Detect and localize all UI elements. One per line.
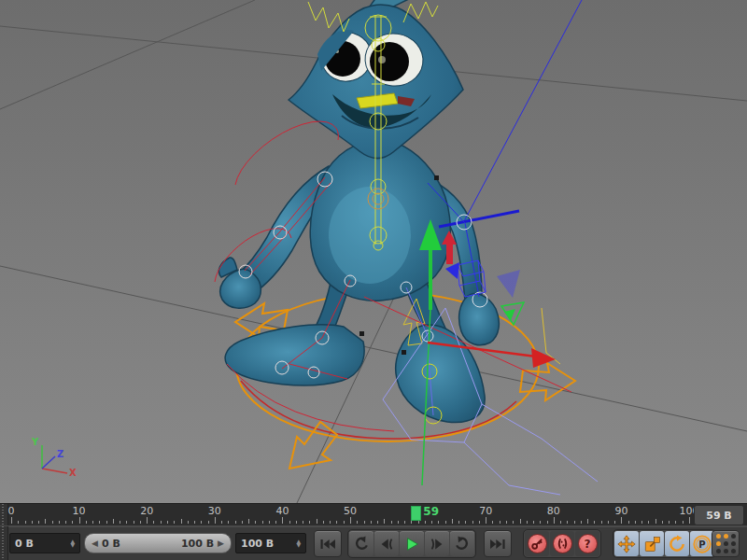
ruler-tick xyxy=(635,521,636,524)
ruler-tick xyxy=(86,521,87,524)
record-key-icon xyxy=(528,534,547,553)
ruler-tick xyxy=(384,519,385,524)
viewport-canvas: Y Z X xyxy=(0,0,747,503)
ruler-tick xyxy=(506,521,507,524)
ruler-tick xyxy=(486,517,486,524)
previous-frame-button[interactable] xyxy=(374,531,399,556)
ruler-tick xyxy=(275,521,276,524)
ruler-tick xyxy=(317,519,317,524)
palette-dot xyxy=(724,534,728,539)
stepper-down-icon[interactable]: ▼ xyxy=(296,543,301,547)
ruler-tick xyxy=(25,521,26,524)
ruler-tick xyxy=(608,521,609,524)
move-tool-icon xyxy=(617,535,636,553)
end-frame-stepper[interactable]: ▲ ▼ xyxy=(296,539,301,547)
ruler-tick xyxy=(153,521,154,524)
tool-button-group: P xyxy=(613,529,716,558)
play-forwards-loop-button[interactable] xyxy=(450,531,474,556)
scale-tool-icon xyxy=(642,535,661,553)
playback-button-group xyxy=(347,529,476,558)
ruler-tick xyxy=(398,521,399,524)
ruler-tick xyxy=(303,521,303,524)
ruler-tick xyxy=(99,521,100,524)
autokey-button[interactable] xyxy=(550,531,574,556)
goto-end-button[interactable] xyxy=(484,530,512,557)
next-frame-button[interactable] xyxy=(425,531,449,556)
ruler-tick xyxy=(560,521,561,524)
ruler-tick xyxy=(92,521,93,524)
current-frame-label: 59 xyxy=(423,505,439,518)
ruler-tick xyxy=(554,517,555,524)
application-window: Y Z X 01020304050708090100 59 59 B 0 B ▲… xyxy=(0,0,747,560)
end-frame-field[interactable]: 100 B ▲ ▼ xyxy=(235,533,306,553)
goto-start-button[interactable] xyxy=(314,530,342,557)
ruler-tick xyxy=(32,521,33,524)
ruler-tick xyxy=(296,521,297,524)
ruler-tick xyxy=(72,521,73,524)
start-frame-stepper[interactable]: ▲ ▼ xyxy=(70,539,75,547)
palette-dot xyxy=(731,549,736,553)
next-frame-icon xyxy=(429,536,445,553)
ruler-tick xyxy=(11,517,12,524)
ruler-tick xyxy=(357,521,358,524)
rotate-tool-icon xyxy=(668,535,686,553)
ruler-tick xyxy=(500,521,500,524)
ruler-tick xyxy=(425,521,426,524)
3d-viewport[interactable]: Y Z X xyxy=(0,0,747,503)
ruler-tick xyxy=(181,519,182,524)
move-tool-button[interactable] xyxy=(614,531,639,556)
ruler-tick xyxy=(201,521,202,524)
ruler-tick xyxy=(113,519,114,524)
ruler-tick xyxy=(336,521,337,524)
timeline-ruler[interactable]: 01020304050708090100 59 59 B xyxy=(0,503,747,525)
ruler-tick xyxy=(140,521,141,524)
play-icon xyxy=(403,536,420,553)
range-right-arrow-icon[interactable]: ▶ xyxy=(218,539,224,548)
frame-range-slider[interactable]: ◀ 0 B 100 B ▶ xyxy=(84,533,232,553)
palette-dot xyxy=(716,549,721,553)
record-keyframe-button[interactable] xyxy=(525,531,549,556)
ruler-tick xyxy=(458,521,459,524)
ruler-tick xyxy=(601,521,602,524)
ruler-tick xyxy=(662,521,663,524)
toolbar-drag-handle[interactable] xyxy=(0,526,8,560)
ruler-tick xyxy=(533,521,534,524)
ruler-frame-number: 40 xyxy=(275,505,289,517)
ruler-tick xyxy=(648,521,649,524)
ruler-tick xyxy=(120,521,120,524)
ruler-tick xyxy=(52,521,53,524)
keyframe-help-button[interactable]: ? xyxy=(575,531,599,556)
ruler-tick xyxy=(147,517,148,524)
palette-button[interactable] xyxy=(712,530,740,557)
scale-tool-button[interactable] xyxy=(640,531,664,556)
ruler-tick xyxy=(527,521,528,524)
ruler-tick xyxy=(269,521,270,524)
play-backwards-icon xyxy=(353,536,370,553)
stepper-down-icon[interactable]: ▼ xyxy=(70,543,75,547)
help-icon: ? xyxy=(578,534,598,553)
rotate-tool-button[interactable] xyxy=(665,531,689,556)
ruler-tick xyxy=(330,521,331,524)
ruler-tick xyxy=(215,517,216,524)
axis-y-label: Y xyxy=(31,437,39,447)
ruler-tick xyxy=(621,517,622,524)
previous-frame-icon xyxy=(378,536,395,553)
goto-end-icon xyxy=(488,537,507,552)
play-backwards-button[interactable] xyxy=(349,531,374,556)
ruler-frame-number: 50 xyxy=(344,505,357,517)
range-left-arrow-icon[interactable]: ◀ xyxy=(92,539,98,548)
play-button[interactable] xyxy=(400,531,424,556)
ruler-tick xyxy=(344,521,345,524)
start-frame-value: 0 B xyxy=(15,538,34,550)
ruler-tick xyxy=(174,521,175,524)
ruler-tick xyxy=(194,521,195,524)
start-frame-field[interactable]: 0 B ▲ ▼ xyxy=(9,533,80,553)
axis-x-label: X xyxy=(69,468,77,478)
ruler-tick xyxy=(126,521,127,524)
ruler-tick xyxy=(350,517,351,524)
ruler-tick xyxy=(669,521,669,524)
ruler-tick xyxy=(228,521,229,524)
ruler-tick xyxy=(404,521,405,524)
ruler-tick xyxy=(391,521,392,524)
current-frame-marker[interactable] xyxy=(411,506,421,521)
